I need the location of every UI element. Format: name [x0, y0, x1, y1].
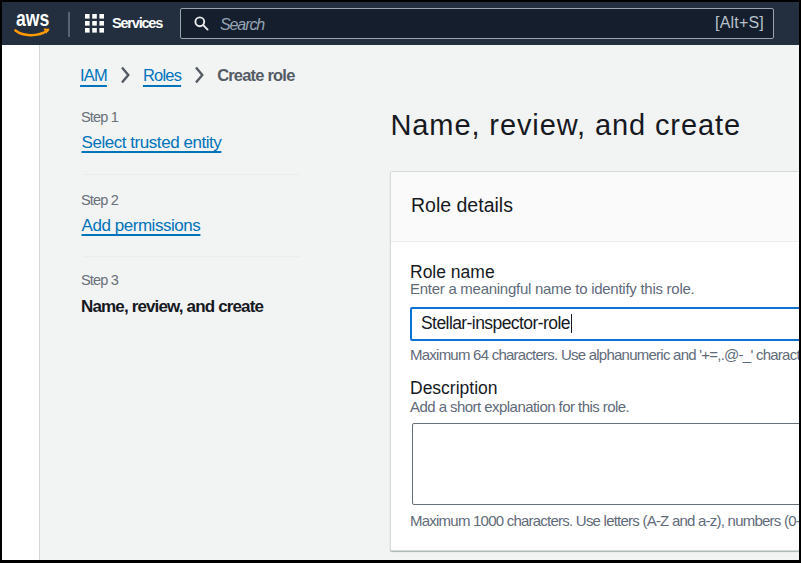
- svg-text:aws: aws: [16, 9, 49, 30]
